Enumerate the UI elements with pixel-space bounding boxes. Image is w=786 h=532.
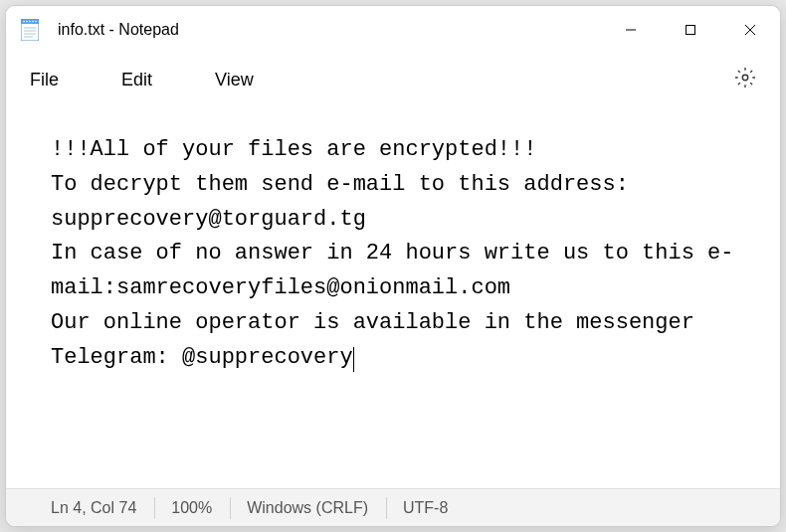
menubar: File Edit View [6, 54, 780, 105]
settings-button[interactable] [730, 63, 760, 96]
svg-point-6 [35, 21, 37, 23]
text-line: Our online operator is available in the … [51, 310, 707, 370]
text-cursor [353, 347, 354, 372]
divider [230, 497, 231, 519]
notepad-window: info.txt - Notepad File Edit View !!!All… [5, 5, 781, 527]
minimize-button[interactable] [601, 6, 661, 54]
encoding: UTF-8 [403, 499, 466, 517]
menu-view[interactable]: View [211, 64, 258, 96]
svg-rect-12 [687, 26, 695, 35]
statusbar: Ln 4, Col 74 100% Windows (CRLF) UTF-8 [6, 488, 780, 526]
titlebar[interactable]: info.txt - Notepad [6, 6, 780, 54]
maximize-button[interactable] [661, 6, 720, 54]
divider [154, 497, 155, 519]
text-line: !!!All of your files are encrypted!!! [51, 137, 536, 162]
notepad-icon [20, 18, 40, 42]
menu-edit[interactable]: Edit [117, 64, 156, 96]
zoom-level[interactable]: 100% [171, 499, 230, 517]
svg-point-5 [32, 21, 34, 23]
close-button[interactable] [720, 6, 780, 54]
svg-point-4 [29, 21, 31, 23]
text-area[interactable]: !!!All of your files are encrypted!!! To… [6, 105, 780, 488]
cursor-position: Ln 4, Col 74 [51, 499, 154, 517]
window-controls [601, 6, 780, 54]
svg-point-3 [26, 21, 28, 23]
divider [386, 497, 387, 519]
svg-point-2 [23, 21, 25, 23]
text-line: To decrypt them send e-mail to this addr… [51, 172, 642, 232]
menu-file[interactable]: File [26, 64, 63, 96]
window-title: info.txt - Notepad [58, 21, 601, 39]
line-ending: Windows (CRLF) [247, 499, 386, 517]
text-line: In case of no answer in 24 hours write u… [51, 241, 734, 300]
svg-point-15 [742, 75, 748, 81]
